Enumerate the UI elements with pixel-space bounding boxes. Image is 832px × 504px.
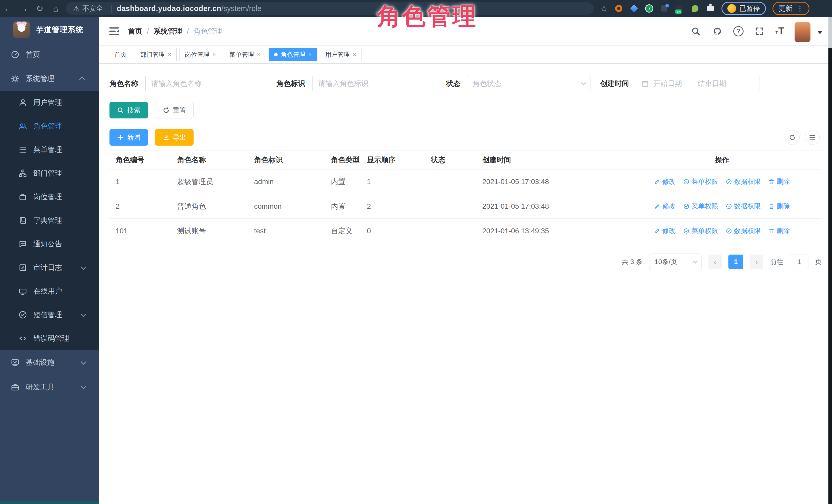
sidebar-item-notice[interactable]: 通知公告: [0, 232, 99, 256]
extension-icon-dot[interactable]: [660, 4, 669, 13]
cell-sort: 1: [361, 169, 425, 194]
close-icon[interactable]: ×: [212, 51, 216, 58]
sidebar-item-dict[interactable]: 字典管理: [0, 209, 99, 232]
data-permission-link[interactable]: 数据权限: [726, 177, 761, 186]
sidebar-item-posts[interactable]: 岗位管理: [0, 185, 99, 209]
role-key-input[interactable]: [312, 75, 434, 92]
role-key-label: 角色标识: [277, 79, 305, 88]
browser-update-chip[interactable]: 更新 ⋮: [773, 2, 809, 15]
tab-dept[interactable]: 部门管理×: [135, 48, 177, 61]
close-icon[interactable]: ×: [353, 51, 356, 58]
current-page[interactable]: 1: [728, 255, 743, 269]
data-permission-link[interactable]: 数据权限: [726, 202, 761, 211]
search-button[interactable]: 搜索: [109, 102, 148, 118]
breadcrumb-system[interactable]: 系统管理: [154, 26, 182, 36]
sidebar-item-system[interactable]: 系统管理: [0, 67, 99, 91]
role-name-input[interactable]: [146, 75, 267, 92]
edit-link[interactable]: 修改: [654, 202, 676, 211]
reset-button[interactable]: 重置: [155, 102, 193, 118]
delete-link[interactable]: 删除: [769, 202, 790, 211]
tab-menu[interactable]: 菜单管理×: [224, 48, 266, 61]
hamburger-icon[interactable]: [108, 26, 120, 37]
forward-icon[interactable]: →: [16, 4, 32, 14]
chevron-down-icon: [81, 311, 87, 317]
scrollbar-thumb[interactable]: [828, 17, 832, 48]
extension-icon-on-badge[interactable]: on: [675, 4, 684, 13]
tree-table-icon: [18, 145, 28, 155]
app-logo[interactable]: 芋道管理系统: [0, 17, 99, 43]
sidebar-item-users[interactable]: 用户管理: [0, 91, 99, 114]
help-icon[interactable]: ?: [733, 26, 744, 36]
reload-icon[interactable]: ↻: [32, 3, 48, 14]
data-permission-link[interactable]: 数据权限: [726, 227, 761, 235]
end-date-placeholder[interactable]: 结束日期: [698, 79, 726, 88]
sidebar-item-sms[interactable]: 短信管理: [0, 303, 99, 326]
role-key-input-field[interactable]: [318, 79, 428, 88]
start-date-placeholder[interactable]: 开始日期: [653, 79, 682, 88]
tab-post[interactable]: 岗位管理×: [180, 48, 221, 61]
date-range-picker[interactable]: 开始日期 - 结束日期: [635, 75, 759, 92]
add-button[interactable]: 新增: [109, 129, 148, 145]
avatar-caret-icon[interactable]: [817, 31, 823, 34]
profile-paused-chip[interactable]: 已暂停: [722, 2, 766, 15]
refresh-button[interactable]: [785, 130, 800, 145]
extension-icon-sprout[interactable]: [691, 4, 699, 13]
sidebar-item-online-users[interactable]: 在线用户: [0, 280, 99, 303]
tab-role[interactable]: 角色管理×: [269, 48, 317, 61]
kebab-menu-icon[interactable]: ⋮: [796, 4, 804, 12]
sidebar-item-dev-tools[interactable]: 研发工具: [0, 375, 99, 399]
close-icon[interactable]: ×: [168, 51, 171, 58]
not-secure-warning[interactable]: ⚠不安全: [73, 4, 103, 13]
goto-page-input[interactable]: [790, 255, 808, 269]
back-icon[interactable]: ←: [0, 4, 16, 14]
sidebar-item-menus[interactable]: 菜单管理: [0, 138, 99, 161]
menu-permission-link[interactable]: 菜单权限: [683, 177, 718, 186]
column-settings-button[interactable]: [805, 130, 820, 145]
export-button[interactable]: 导出: [155, 129, 193, 145]
extension-icon-donut[interactable]: [614, 4, 623, 13]
font-size-icon[interactable]: тT: [775, 26, 784, 37]
menu-permission-link[interactable]: 菜单权限: [683, 227, 718, 235]
status-label: 状态: [446, 79, 461, 88]
status-select[interactable]: 角色状态: [467, 75, 591, 92]
page-size-select[interactable]: 10条/页: [649, 254, 702, 270]
tab-user[interactable]: 用户管理×: [320, 48, 362, 61]
breadcrumb-home[interactable]: 首页: [128, 26, 142, 36]
edit-link[interactable]: 修改: [654, 227, 676, 235]
window-scrollbar[interactable]: [828, 17, 832, 504]
fullscreen-icon[interactable]: [754, 26, 765, 37]
sidebar-item-error-code[interactable]: 错误码管理: [0, 326, 99, 350]
edit-link[interactable]: 修改: [654, 177, 676, 186]
sidebar-item-home[interactable]: 首页: [0, 43, 99, 67]
breadcrumb-separator: /: [187, 27, 189, 35]
next-page-button[interactable]: ›: [750, 255, 763, 269]
extension-icon-gem[interactable]: [630, 4, 639, 13]
sidebar-item-audit-log[interactable]: 审计日志: [0, 256, 99, 280]
menu-permission-link[interactable]: 菜单权限: [683, 202, 718, 211]
bookmark-star-icon[interactable]: ☆: [600, 3, 608, 14]
extension-icon-seven[interactable]: 7: [645, 4, 653, 12]
address-bar[interactable]: ⚠不安全 | dashboard.yudao.iocoder.cn/system…: [66, 2, 594, 15]
github-icon[interactable]: [712, 26, 723, 37]
extensions-puzzle-icon[interactable]: [706, 4, 715, 13]
close-icon[interactable]: ×: [308, 51, 312, 58]
tab-home[interactable]: 首页: [109, 48, 132, 61]
home-icon[interactable]: ⌂: [48, 4, 63, 14]
delete-link[interactable]: 删除: [769, 227, 790, 235]
delete-link[interactable]: 删除: [769, 177, 790, 186]
search-icon[interactable]: [690, 26, 702, 37]
url-path: /system/role: [221, 4, 261, 13]
sidebar-item-infra[interactable]: 基础设施: [0, 350, 99, 375]
update-label: 更新: [778, 4, 792, 13]
monitor-icon: [10, 357, 20, 367]
chevron-down-icon: [81, 264, 87, 270]
close-icon[interactable]: ×: [257, 51, 260, 58]
sidebar-item-depts[interactable]: 部门管理: [0, 161, 99, 185]
filter-form: 角色名称 角色标识 状态 角色状态 创建时间 开始日期 -: [109, 75, 822, 92]
logo-avatar: [13, 22, 30, 38]
prev-page-button[interactable]: ‹: [708, 255, 722, 269]
role-name-input-field[interactable]: [151, 79, 261, 88]
table-tools: [785, 130, 820, 145]
user-avatar[interactable]: [795, 22, 810, 42]
sidebar-item-roles[interactable]: 角色管理: [0, 114, 99, 138]
